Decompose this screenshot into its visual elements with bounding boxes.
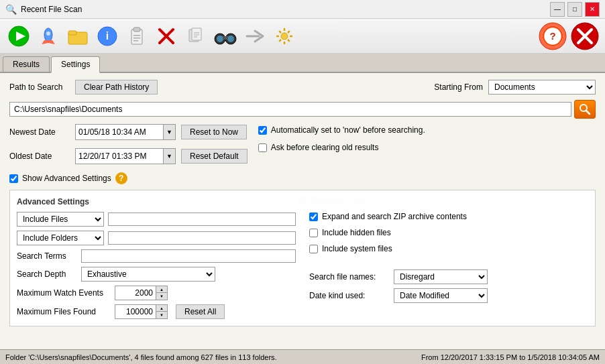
svg-rect-12 bbox=[133, 38, 140, 39]
svg-rect-6 bbox=[68, 31, 76, 35]
hidden-files-label: Include hidden files bbox=[322, 228, 391, 237]
ask-clear-label: Ask before clearing old results bbox=[271, 143, 379, 152]
max-watch-up-button[interactable]: ▲ bbox=[156, 286, 167, 293]
rocket-button[interactable] bbox=[35, 23, 62, 50]
minimize-button[interactable]: — bbox=[550, 2, 565, 17]
oldest-date-calendar-button[interactable]: ▼ bbox=[163, 149, 175, 164]
clear-path-button[interactable]: Clear Path History bbox=[75, 80, 158, 95]
svg-point-4 bbox=[46, 32, 50, 36]
advanced-grid: Include Files Exclude Files Include Fold… bbox=[17, 212, 588, 319]
close-app-button[interactable] bbox=[570, 21, 600, 51]
max-files-label: Maximum Files Found bbox=[17, 307, 111, 316]
status-left: Folder 'C:\Users\snapfiles\Documents', 4… bbox=[5, 353, 277, 361]
title-bar-left: 🔍 Recent File Scan bbox=[5, 4, 82, 15]
system-files-checkbox[interactable] bbox=[309, 245, 318, 253]
max-watch-row: Maximum Watch Events ▲ ▼ bbox=[17, 286, 296, 300]
svg-rect-25 bbox=[223, 36, 228, 40]
maximize-button[interactable]: □ bbox=[567, 2, 582, 17]
app-icon: 🔍 bbox=[5, 4, 17, 15]
advanced-left-column: Include Files Exclude Files Include Fold… bbox=[17, 212, 296, 319]
reset-to-now-button[interactable]: Reset to Now bbox=[181, 125, 247, 139]
search-path-button[interactable] bbox=[574, 100, 596, 119]
auto-now-checkbox[interactable] bbox=[258, 126, 267, 135]
path-input-row bbox=[9, 100, 596, 119]
svg-line-34 bbox=[279, 40, 281, 42]
svg-line-44 bbox=[586, 111, 590, 114]
status-bar: Folder 'C:\Users\snapfiles\Documents', 4… bbox=[0, 349, 605, 364]
search-names-row: Search file names: Disregard Include Onl… bbox=[309, 269, 588, 284]
clipboard-button[interactable] bbox=[123, 23, 150, 50]
settings-button[interactable] bbox=[271, 23, 298, 50]
filter2-row: Include Folders Exclude Folders bbox=[17, 231, 296, 245]
filter2-input[interactable] bbox=[108, 231, 296, 245]
system-files-label: Include system files bbox=[322, 244, 392, 253]
newest-date-calendar-button[interactable]: ▼ bbox=[163, 125, 175, 139]
svg-rect-17 bbox=[192, 28, 201, 40]
oldest-date-label: Oldest Date bbox=[9, 151, 70, 161]
starting-from-select[interactable]: Documents Desktop Downloads My Computer bbox=[488, 80, 596, 95]
depth-select[interactable]: Exhaustive Shallow Medium bbox=[81, 267, 215, 282]
search-terms-label: Search Terms bbox=[17, 251, 77, 261]
max-files-spinner: ▲ ▼ bbox=[115, 304, 168, 319]
svg-line-31 bbox=[279, 31, 281, 33]
files-button[interactable] bbox=[182, 23, 209, 50]
title-bar: 🔍 Recent File Scan — □ ✕ bbox=[0, 0, 605, 19]
depth-row: Search Depth Exhaustive Shallow Medium bbox=[17, 267, 296, 282]
tab-settings[interactable]: Settings bbox=[51, 56, 100, 73]
path-header-row: Path to Search Clear Path History Starti… bbox=[9, 80, 596, 95]
open-folder-button[interactable] bbox=[64, 23, 91, 50]
max-watch-input[interactable] bbox=[115, 287, 156, 299]
reset-default-button[interactable]: Reset Default bbox=[181, 149, 248, 164]
expand-zip-checkbox[interactable] bbox=[309, 213, 318, 221]
filter2-select[interactable]: Include Folders Exclude Folders bbox=[17, 231, 104, 245]
auto-now-row: Automatically set to 'now' before search… bbox=[258, 125, 425, 135]
search-names-label: Search file names: bbox=[309, 272, 390, 282]
hidden-files-checkbox[interactable] bbox=[309, 229, 318, 237]
reset-all-button[interactable]: Reset All bbox=[176, 304, 225, 319]
path-input[interactable] bbox=[9, 102, 571, 117]
status-right: From 12/20/2017 1:33:15 PM to 1/5/2018 1… bbox=[421, 353, 600, 361]
tab-results[interactable]: Results bbox=[3, 56, 50, 72]
app-window: 🔍 Recent File Scan — □ ✕ i bbox=[0, 0, 605, 364]
svg-text:i: i bbox=[106, 30, 109, 42]
svg-marker-3 bbox=[42, 40, 55, 44]
svg-point-24 bbox=[227, 36, 234, 42]
binoculars-button[interactable] bbox=[212, 23, 239, 50]
svg-point-26 bbox=[281, 33, 288, 40]
filter1-select[interactable]: Include Files Exclude Files bbox=[17, 212, 104, 227]
hidden-files-row: Include hidden files bbox=[309, 228, 588, 237]
help-advanced-icon[interactable]: ? bbox=[115, 172, 127, 184]
svg-rect-13 bbox=[133, 40, 138, 42]
max-watch-down-button[interactable]: ▼ bbox=[156, 293, 167, 300]
close-button[interactable]: ✕ bbox=[585, 2, 600, 17]
max-files-row: Maximum Files Found ▲ ▼ Reset All bbox=[17, 304, 296, 319]
advanced-settings-title: Advanced Settings bbox=[17, 197, 588, 206]
max-files-input[interactable] bbox=[115, 306, 156, 318]
svg-text:?: ? bbox=[549, 30, 555, 42]
settings-panel: ⚙ SnapFiles Path to Search Clear Path Hi… bbox=[0, 73, 605, 364]
play-button[interactable] bbox=[5, 23, 32, 50]
help-button[interactable]: ? bbox=[538, 21, 567, 51]
info-button[interactable]: i bbox=[94, 23, 121, 50]
show-advanced-checkbox[interactable] bbox=[9, 174, 18, 183]
search-names-select[interactable]: Disregard Include Only bbox=[394, 269, 488, 284]
ask-clear-checkbox[interactable] bbox=[258, 143, 267, 152]
oldest-date-input-wrapper: ▼ bbox=[75, 148, 176, 164]
arrow-button[interactable] bbox=[241, 23, 268, 50]
newest-date-input[interactable] bbox=[76, 126, 163, 138]
window-title: Recent File Scan bbox=[21, 5, 82, 14]
expand-zip-row: Expand and search ZIP archive contents bbox=[309, 212, 588, 221]
max-files-down-button[interactable]: ▼ bbox=[156, 312, 167, 318]
date-kind-select[interactable]: Date Modified Date Created Date Accessed bbox=[394, 288, 488, 303]
search-terms-input[interactable] bbox=[81, 249, 296, 263]
ask-clear-row: Ask before clearing old results bbox=[258, 143, 425, 152]
max-files-up-button[interactable]: ▲ bbox=[156, 305, 167, 312]
svg-line-32 bbox=[288, 40, 290, 42]
oldest-date-input[interactable] bbox=[76, 150, 163, 162]
oldest-date-row: Oldest Date ▼ Reset Default bbox=[9, 148, 248, 164]
newest-date-row: Newest Date ▼ Reset to Now bbox=[9, 124, 248, 140]
search-terms-row: Search Terms bbox=[17, 249, 296, 263]
delete-button[interactable] bbox=[153, 23, 180, 50]
max-files-spinner-btns: ▲ ▼ bbox=[156, 305, 167, 318]
filter1-input[interactable] bbox=[108, 213, 296, 226]
